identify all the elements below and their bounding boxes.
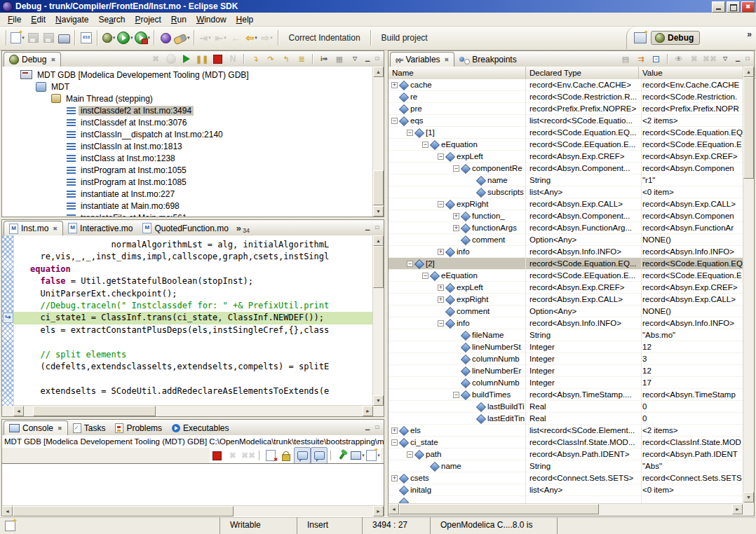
minimize-view-button[interactable]: ▁ — [733, 55, 743, 63]
collapse-icon[interactable]: − — [391, 439, 398, 446]
title-bar[interactable]: Debug - trunk/Compiler/FrontEnd/Inst.mo … — [0, 0, 756, 13]
save-all-button[interactable] — [41, 30, 56, 46]
code-line[interactable]: // split elements — [13, 349, 373, 361]
console-horizontal-scrollbar[interactable]: ◄ ► — [2, 505, 384, 516]
correct-indentation-button[interactable]: Correct Indentation — [282, 31, 367, 45]
collapse-icon[interactable]: − — [438, 201, 444, 207]
scroll-left-arrow[interactable]: ◄ — [389, 504, 399, 514]
variable-row[interactable]: −expRightrecord<Absyn.Exp.CALL>record<Ab… — [389, 198, 743, 210]
code-editor[interactable]: ↪ normalAlgorithmLst = alg, initialAlgor… — [2, 235, 373, 406]
debug-tree-row[interactable]: MDT GDB [Modelica Developement Tooling (… — [2, 69, 372, 81]
build-project-button[interactable]: Build project — [374, 31, 435, 45]
tab-debug[interactable]: Debug ✖ — [4, 52, 61, 67]
code-line[interactable]: equation — [13, 263, 373, 275]
debug-tree-row[interactable]: instantiate at Inst.mo:227 — [2, 188, 372, 200]
variable-row[interactable]: +elslist<record<SCode.Element...<2 items… — [389, 425, 743, 437]
variable-row[interactable]: columnNumbInteger3 — [389, 353, 743, 365]
close-button[interactable]: ✖ — [741, 1, 755, 13]
variable-row[interactable]: +csetsrecord<Connect.Sets.SETS>record<Co… — [389, 472, 743, 484]
disconnect-button[interactable]: N — [225, 53, 241, 65]
collapse-icon[interactable]: − — [453, 392, 459, 398]
collapse-icon[interactable]: − — [453, 165, 459, 172]
code-line[interactable]: els = extractConstantPlusDeps(els,instSi… — [13, 324, 373, 336]
column-header-declared-type[interactable]: Declared Type — [526, 67, 639, 79]
show-type-names-button[interactable]: ▤ — [618, 53, 633, 65]
code-line[interactable]: extendselts = SCodeUtil.addRedeclareAsEl… — [13, 385, 373, 397]
code-line[interactable]: false = Util.getStatefulBoolean(stopInst… — [13, 275, 373, 287]
remove-launch-button[interactable]: ✖ — [225, 448, 241, 463]
console-terminate-button[interactable] — [210, 448, 225, 463]
debug-perspective-button[interactable]: Debug — [651, 31, 700, 45]
debug-tree-row[interactable]: translateFile at Main.mo:561 — [2, 212, 372, 217]
tab-problems[interactable]: Problems — [110, 420, 167, 435]
more-editors-chevron[interactable]: » 34 — [234, 221, 252, 235]
variable-row[interactable]: lastBuildTiReal0 — [389, 401, 743, 413]
variable-row[interactable]: columnNumbInteger17 — [389, 377, 743, 389]
run-button[interactable]: ▾ — [116, 30, 134, 46]
open-console-button[interactable]: ▾ — [365, 448, 381, 463]
variable-row[interactable]: −ci_staterecord<ClassInf.State.MOD...rec… — [389, 437, 743, 449]
scroll-up-arrow[interactable]: ▲ — [743, 67, 754, 77]
tab-tasks[interactable]: Tasks — [68, 420, 111, 435]
maximize-editor-button[interactable]: □ — [372, 224, 382, 232]
scroll-up-arrow[interactable]: ▲ — [373, 235, 384, 246]
scroll-thumb[interactable] — [33, 406, 156, 416]
close-icon[interactable]: ✖ — [50, 57, 55, 63]
menu-file[interactable]: File — [3, 13, 26, 26]
variable-row[interactable]: initalglist<Any><0 item> — [389, 484, 743, 496]
variable-row[interactable]: +functionArgsrecord<Absyn.FunctionArg...… — [389, 222, 743, 234]
menu-help[interactable]: Help — [231, 13, 259, 26]
expand-icon[interactable]: + — [391, 82, 398, 88]
code-line[interactable]: //Debug.traceln(" Instclassdef for: " +&… — [13, 300, 373, 312]
variable-row[interactable]: fileNameString"Abs.mo" — [389, 329, 743, 341]
collapse-icon[interactable]: − — [391, 118, 398, 124]
expand-icon[interactable]: + — [453, 225, 459, 231]
search-brush-button[interactable]: ▾ — [173, 30, 191, 46]
variable-row[interactable]: nameString"r1" — [389, 174, 743, 186]
external-tools-button[interactable]: ▾ — [134, 30, 151, 46]
editor-vertical-scrollbar[interactable]: ▲ ▼ — [372, 235, 384, 406]
view-menu-button[interactable]: ▽ — [347, 53, 363, 65]
tab-executables[interactable]: Executables — [167, 420, 234, 435]
collapse-all-button[interactable]: − — [649, 53, 664, 65]
debug-launch-button[interactable]: ▾ — [101, 30, 116, 46]
fast-view-icon[interactable] — [5, 521, 15, 531]
scroll-thumb[interactable] — [373, 246, 384, 288]
minimize-button[interactable] — [712, 1, 725, 13]
resume-button[interactable] — [179, 53, 194, 65]
vertical-sash[interactable] — [384, 50, 388, 517]
variable-row[interactable]: prerecord<Prefix.Prefix.NOPRE>record<Pre… — [389, 103, 743, 115]
variable-row[interactable]: −[1]record<SCode.Equation.EQ...record<SC… — [389, 127, 743, 139]
view-menu-button[interactable]: ▽ — [717, 53, 733, 65]
variable-row[interactable]: lineNumberErInteger12 — [389, 365, 743, 377]
scroll-lock-button[interactable] — [278, 448, 294, 463]
open-element-button[interactable] — [158, 30, 173, 46]
expand-icon[interactable]: + — [453, 213, 459, 219]
debug-tree-row[interactable]: instProgram at Inst.mo:1055 — [2, 164, 372, 176]
variable-row[interactable]: −buildTimesrecord<Absyn.TimeStamp....rec… — [389, 389, 743, 401]
step-into-button[interactable]: ↴ — [248, 53, 263, 65]
collapse-icon[interactable]: − — [407, 451, 413, 458]
variable-row[interactable]: commentOption<Any>NONE() — [389, 234, 743, 246]
code-line[interactable] — [13, 336, 373, 348]
code-line[interactable]: normalAlgorithmLst = alg, initialAlgorit… — [13, 239, 373, 251]
scroll-thumb[interactable] — [13, 506, 234, 516]
expand-icon[interactable]: + — [438, 285, 444, 291]
variable-row[interactable]: +inforecord<Absyn.Info.INFO>record<Absyn… — [389, 246, 743, 258]
collapse-icon[interactable]: − — [407, 130, 413, 136]
editor-tab-quotedfunction-mo[interactable]: MQuotedFunction.mo — [137, 221, 233, 235]
collapse-icon[interactable]: − — [438, 153, 444, 160]
collapse-icon[interactable]: − — [438, 320, 444, 327]
close-icon[interactable]: ✖ — [53, 226, 58, 232]
scroll-thumb[interactable] — [399, 504, 599, 514]
variable-row[interactable]: +expLeftrecord<Absyn.Exp.CREF>record<Abs… — [389, 282, 743, 294]
variable-row[interactable]: +expRightrecord<Absyn.Exp.CALL>record<Ab… — [389, 294, 743, 306]
variable-row[interactable]: −componentRerecord<Absyn.Component...rec… — [389, 163, 743, 174]
binary-config-button[interactable]: 010 — [79, 30, 94, 46]
maximize-console-button[interactable]: □ — [372, 423, 382, 432]
new-wizard-button[interactable]: ▾ — [10, 30, 25, 46]
restart-button[interactable] — [163, 53, 179, 65]
clear-console-button[interactable] — [263, 448, 278, 463]
remove-all-terminated-button[interactable]: ✖ — [148, 53, 163, 65]
debug-tree-row[interactable]: instClass at Inst.mo:1238 — [2, 152, 372, 164]
